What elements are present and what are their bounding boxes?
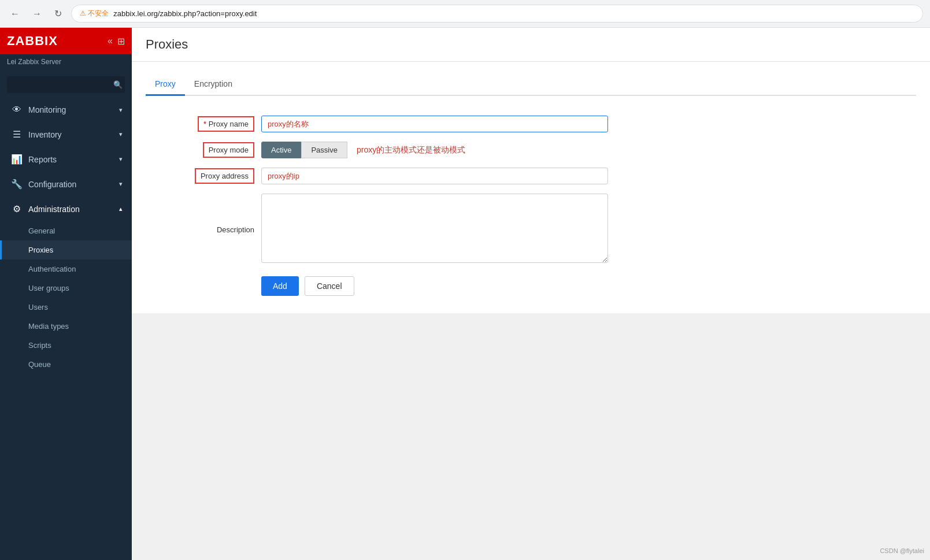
tabs: Proxy Encryption bbox=[146, 73, 916, 96]
url-text: zabbix.lei.org/zabbix.php?action=proxy.e… bbox=[113, 9, 257, 18]
description-textarea[interactable] bbox=[261, 194, 608, 263]
description-field bbox=[261, 194, 608, 265]
forward-button[interactable]: → bbox=[29, 6, 45, 21]
proxy-name-row: * Proxy name proxy的名称 bbox=[146, 116, 916, 132]
configuration-label: Configuration bbox=[28, 180, 76, 189]
description-label-cell: Description bbox=[146, 225, 261, 234]
sidebar-item-inventory[interactable]: ☰ Inventory ▾ bbox=[0, 122, 132, 147]
users-label: Users bbox=[28, 303, 48, 311]
sidebar-item-administration[interactable]: ⚙ Administration ▴ bbox=[0, 196, 132, 221]
proxy-address-input[interactable]: proxy的ip bbox=[261, 168, 608, 184]
proxy-mode-label: Proxy mode bbox=[203, 142, 254, 158]
proxy-name-input[interactable]: proxy的名称 bbox=[261, 116, 608, 132]
sidebar-item-authentication[interactable]: Authentication bbox=[0, 259, 132, 279]
monitoring-label: Monitoring bbox=[28, 105, 66, 114]
sidebar-item-media-types[interactable]: Media types bbox=[0, 317, 132, 336]
required-asterisk: * bbox=[203, 120, 209, 128]
description-row: Description bbox=[146, 194, 916, 265]
sidebar-item-monitoring[interactable]: 👁 Monitoring ▾ bbox=[0, 98, 132, 122]
monitoring-icon: 👁 bbox=[11, 105, 23, 115]
tab-encryption[interactable]: Encryption bbox=[185, 73, 242, 96]
form-actions: Add Cancel bbox=[146, 276, 916, 296]
media-types-label: Media types bbox=[28, 322, 69, 331]
zabbix-logo: ZABBIX bbox=[7, 34, 58, 49]
tab-proxy[interactable]: Proxy bbox=[146, 73, 185, 96]
search-box[interactable]: 🔍 bbox=[7, 76, 125, 93]
collapse-icon[interactable]: « bbox=[108, 36, 113, 47]
page-title: Proxies bbox=[146, 37, 916, 52]
authentication-label: Authentication bbox=[28, 265, 76, 273]
proxy-mode-toggle: Active Passive proxy的主动模式还是被动模式 bbox=[261, 142, 608, 158]
content-header: Proxies bbox=[132, 28, 930, 62]
proxy-address-row: Proxy address proxy的ip bbox=[146, 168, 916, 184]
proxy-mode-passive-btn[interactable]: Passive bbox=[301, 142, 347, 158]
proxy-address-label: Proxy address bbox=[195, 168, 254, 184]
proxy-name-label-cell: * Proxy name bbox=[146, 116, 261, 132]
search-icon: 🔍 bbox=[113, 80, 123, 89]
proxy-name-field: proxy的名称 bbox=[261, 116, 608, 132]
proxies-label: Proxies bbox=[28, 246, 53, 254]
sidebar-item-reports[interactable]: 📊 Reports ▾ bbox=[0, 147, 132, 172]
sidebar-item-queue[interactable]: Queue bbox=[0, 355, 132, 374]
description-label: Description bbox=[217, 225, 254, 234]
sidebar-item-users[interactable]: Users bbox=[0, 298, 132, 317]
browser-bar: ← → ↻ ⚠ 不安全 zabbix.lei.org/zabbix.php?ac… bbox=[0, 0, 930, 28]
sidebar-header: ZABBIX « ⊞ bbox=[0, 28, 132, 54]
inventory-label: Inventory bbox=[28, 130, 62, 139]
queue-label: Queue bbox=[28, 360, 51, 369]
form-body: * Proxy name proxy的名称 Proxy mode bbox=[146, 110, 916, 302]
back-button[interactable]: ← bbox=[7, 6, 23, 21]
sidebar-item-configuration[interactable]: 🔧 Configuration ▾ bbox=[0, 172, 132, 196]
cancel-button[interactable]: Cancel bbox=[305, 276, 354, 296]
proxy-mode-row: Proxy mode Active Passive proxy的主动模式还是被动… bbox=[146, 142, 916, 158]
main-content: Proxies Proxy Encryption * Proxy name bbox=[132, 28, 930, 560]
sidebar: ZABBIX « ⊞ Lei Zabbix Server 🔍 👁 Monitor… bbox=[0, 28, 132, 560]
proxy-mode-field: Active Passive proxy的主动模式还是被动模式 bbox=[261, 142, 608, 158]
chevron-icon: ▴ bbox=[119, 205, 123, 213]
sidebar-item-user-groups[interactable]: User groups bbox=[0, 279, 132, 298]
form-container: Proxy Encryption * Proxy name proxy的名称 bbox=[132, 62, 930, 313]
add-button[interactable]: Add bbox=[261, 276, 299, 296]
reports-icon: 📊 bbox=[11, 154, 23, 165]
proxy-name-label: * Proxy name bbox=[198, 116, 254, 132]
sidebar-header-icons[interactable]: « ⊞ bbox=[108, 36, 125, 47]
general-label: General bbox=[28, 227, 55, 235]
proxy-mode-hint: proxy的主动模式还是被动模式 bbox=[357, 145, 465, 155]
administration-label: Administration bbox=[28, 205, 80, 214]
proxy-mode-active-btn[interactable]: Active bbox=[261, 142, 301, 158]
user-groups-label: User groups bbox=[28, 284, 69, 292]
server-name: Lei Zabbix Server bbox=[0, 54, 132, 72]
configuration-icon: 🔧 bbox=[11, 179, 23, 190]
scripts-label: Scripts bbox=[28, 341, 51, 350]
chevron-icon: ▾ bbox=[119, 180, 123, 188]
layout-icon[interactable]: ⊞ bbox=[117, 36, 125, 47]
proxy-address-label-cell: Proxy address bbox=[146, 168, 261, 184]
search-input[interactable] bbox=[13, 80, 110, 89]
proxy-address-field: proxy的ip bbox=[261, 168, 608, 184]
refresh-button[interactable]: ↻ bbox=[51, 6, 65, 21]
chevron-icon: ▾ bbox=[119, 131, 123, 138]
sidebar-item-proxies[interactable]: Proxies bbox=[0, 240, 132, 259]
inventory-icon: ☰ bbox=[11, 129, 23, 140]
sidebar-item-scripts[interactable]: Scripts bbox=[0, 336, 132, 355]
security-warning: ⚠ 不安全 bbox=[80, 9, 109, 18]
reports-label: Reports bbox=[28, 155, 57, 164]
address-bar[interactable]: ⚠ 不安全 zabbix.lei.org/zabbix.php?action=p… bbox=[71, 5, 923, 23]
administration-icon: ⚙ bbox=[11, 203, 23, 214]
sidebar-item-general[interactable]: General bbox=[0, 221, 132, 240]
watermark: CSDN @flytalei bbox=[880, 547, 924, 554]
chevron-icon: ▾ bbox=[119, 155, 123, 163]
chevron-icon: ▾ bbox=[119, 106, 123, 114]
proxy-mode-label-cell: Proxy mode bbox=[146, 142, 261, 158]
